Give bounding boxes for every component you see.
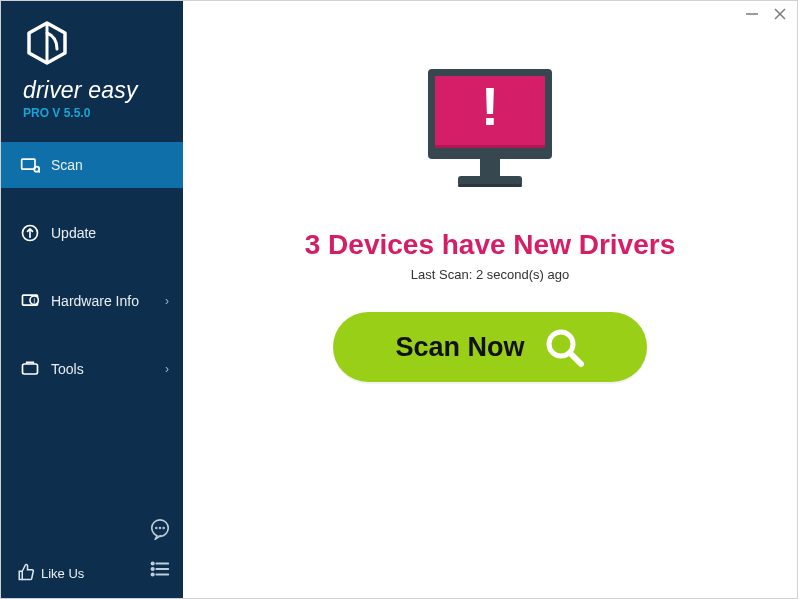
- menu-list-icon[interactable]: [149, 558, 171, 584]
- sidebar-nav: Scan Update i: [1, 142, 183, 414]
- svg-text:!: !: [481, 76, 499, 136]
- svg-line-7: [38, 171, 40, 173]
- sidebar-item-label: Tools: [51, 361, 165, 377]
- brand-logo-icon: [23, 19, 169, 71]
- sidebar-item-hardware-info[interactable]: i Hardware Info ›: [1, 278, 183, 324]
- svg-rect-25: [435, 145, 545, 148]
- sidebar-item-label: Hardware Info: [51, 293, 165, 309]
- svg-rect-27: [480, 159, 500, 177]
- tools-icon: [17, 359, 43, 379]
- like-us-label: Like Us: [41, 566, 84, 581]
- svg-rect-12: [23, 364, 38, 374]
- magnifier-icon: [543, 326, 585, 368]
- update-icon: [17, 223, 43, 243]
- hardware-info-icon: i: [17, 291, 43, 311]
- chevron-right-icon: ›: [165, 362, 169, 376]
- brand-version: PRO V 5.5.0: [23, 106, 169, 120]
- sidebar: driver easy PRO V 5.5.0 Scan: [1, 1, 183, 598]
- brand-name: driver easy: [23, 77, 169, 104]
- like-us-button[interactable]: Like Us: [17, 563, 84, 584]
- svg-point-17: [151, 562, 153, 564]
- sidebar-item-update[interactable]: Update: [1, 210, 183, 256]
- main-panel: ! 3 Devices have New Drivers Last Scan: …: [183, 1, 797, 598]
- scan-now-button[interactable]: Scan Now: [333, 312, 647, 382]
- headline-text: 3 Devices have New Drivers: [305, 229, 675, 261]
- sidebar-bottom-icons: [149, 518, 171, 584]
- sidebar-item-label: Update: [51, 225, 169, 241]
- sidebar-item-label: Scan: [51, 157, 169, 173]
- feedback-icon[interactable]: [149, 518, 171, 544]
- svg-rect-29: [458, 184, 522, 187]
- sidebar-bottom: Like Us: [1, 551, 183, 598]
- svg-point-19: [151, 568, 153, 570]
- last-scan-text: Last Scan: 2 second(s) ago: [411, 267, 569, 282]
- sidebar-item-scan[interactable]: Scan: [1, 142, 183, 188]
- svg-point-15: [160, 528, 161, 529]
- svg-point-16: [163, 528, 164, 529]
- svg-rect-5: [22, 159, 35, 169]
- svg-point-21: [151, 573, 153, 575]
- svg-point-14: [156, 528, 157, 529]
- svg-line-31: [570, 353, 581, 364]
- brand-block: driver easy PRO V 5.5.0: [1, 1, 183, 132]
- scan-now-label: Scan Now: [395, 332, 524, 363]
- scan-icon: [17, 155, 43, 175]
- sidebar-item-tools[interactable]: Tools ›: [1, 346, 183, 392]
- thumbs-up-icon: [17, 563, 35, 584]
- alert-monitor-icon: !: [410, 63, 570, 207]
- chevron-right-icon: ›: [165, 294, 169, 308]
- app-window: driver easy PRO V 5.5.0 Scan: [0, 0, 798, 599]
